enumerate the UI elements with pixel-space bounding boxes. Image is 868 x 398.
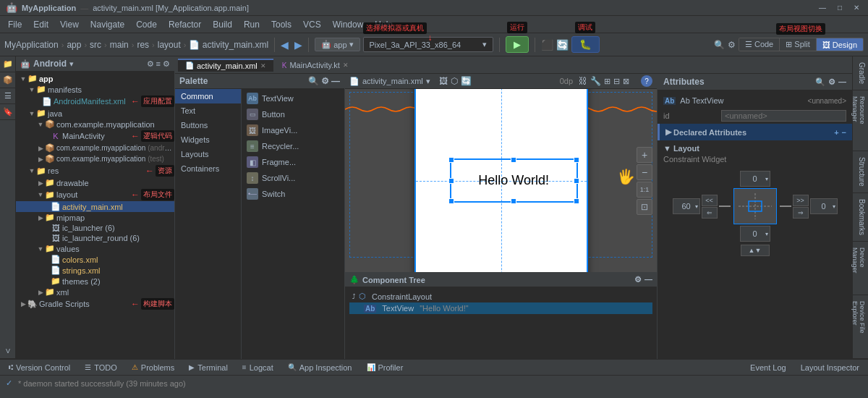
blueprint-toggle-icon[interactable]: ⬡ [451, 76, 458, 86]
comp-item-textview[interactable]: Ab TextView "Hello World!" [349, 302, 652, 314]
bottom-tab-profiler[interactable]: 📊 Profiler [361, 362, 409, 373]
cursor-icon[interactable]: 🖐️ [617, 168, 635, 185]
breadcrumb-main[interactable]: main [110, 40, 129, 50]
handle-bottom-right[interactable] [574, 198, 579, 204]
handle-middle-left[interactable] [448, 178, 454, 184]
palette-cat-text[interactable]: Text [175, 103, 241, 118]
handle-top-right[interactable] [574, 157, 579, 163]
palette-cat-layouts[interactable]: Layouts [175, 147, 241, 161]
palette-widget-textview[interactable]: Ab TextView [243, 90, 343, 106]
nav-forward-icon[interactable]: ▶ [294, 39, 302, 51]
right-tab-structure[interactable]: Structure [853, 151, 868, 193]
menu-build[interactable]: Build [208, 18, 237, 31]
tree-item-layout[interactable]: ▼ 📁 layout ← 布局文件 [16, 188, 174, 201]
textview-selection[interactable]: Hello World! [450, 158, 578, 202]
help-icon[interactable]: ? [641, 75, 652, 87]
menu-view[interactable]: View [55, 18, 84, 31]
palette-widget-recyclerview[interactable]: ≡ Recycler... [243, 138, 343, 154]
project-icon[interactable]: 📁 [0, 56, 16, 72]
code-view-button[interactable]: ☰ Code [739, 38, 780, 51]
palette-cat-buttons[interactable]: Buttons [175, 118, 241, 132]
infer-constraints-icon[interactable]: ⛓ [579, 76, 587, 86]
handle-middle-right[interactable] [574, 178, 579, 184]
attr-collapse-icon[interactable]: — [838, 77, 846, 87]
tree-item-mipmap[interactable]: ▶ 📁 mipmap [16, 212, 174, 223]
clear-constraints-icon[interactable]: 🔧 [590, 76, 601, 86]
palette-widget-imageview[interactable]: 🖼 ImageVi... [243, 122, 343, 138]
tab-mainactivity[interactable]: K MainActivity.kt ✕ [275, 59, 356, 71]
tree-item-ic-launcher[interactable]: 🖼 ic_launcher (6) [16, 223, 174, 233]
constraint-center-widget[interactable] [733, 188, 777, 224]
menu-navigate[interactable]: Navigate [85, 18, 129, 31]
handle-bottom-middle[interactable] [511, 198, 516, 204]
align-vert-icon[interactable]: ⊟ [613, 77, 620, 86]
palette-collapse-icon[interactable]: — [331, 76, 340, 86]
attr-search-icon[interactable]: 🔍 [815, 77, 825, 87]
palette-cat-widgets[interactable]: Widgets [175, 132, 241, 147]
debug-button[interactable]: 🐛 [571, 36, 600, 53]
right-tab-device-manager[interactable]: Device Manager [853, 242, 868, 296]
canvas-dropdown-icon[interactable]: ▾ [426, 77, 430, 86]
sync-button[interactable]: 🔄 [556, 39, 569, 51]
tree-item-app[interactable]: ▼ 📁 app [16, 73, 174, 84]
phone-frame[interactable]: Hello World! [414, 89, 588, 272]
settings-toolbar-icon[interactable]: ⚙ [728, 40, 736, 50]
handle-top-left[interactable] [448, 157, 454, 163]
project-collapse-icon[interactable]: ≡ [156, 59, 161, 69]
handle-bottom-left[interactable] [448, 198, 454, 204]
bottom-tab-terminal[interactable]: ▶ Terminal [183, 362, 234, 373]
search-toolbar-icon[interactable]: 🔍 [714, 40, 725, 50]
menu-edit[interactable]: Edit [28, 18, 54, 31]
bottom-tab-layout-inspector[interactable]: Layout Inspector [795, 362, 865, 373]
declared-remove-button[interactable]: − [842, 128, 846, 137]
bottom-tab-todo[interactable]: ☰ TODO [79, 362, 123, 373]
tree-item-drawable[interactable]: ▶ 📁 drawable [16, 177, 174, 188]
menu-file[interactable]: File [3, 18, 27, 31]
tree-item-androidtest[interactable]: ▶ 📦 com.example.myapplication (androidTe… [16, 143, 174, 153]
tree-item-package-main[interactable]: ▼ 📦 com.example.myapplication [16, 119, 174, 130]
right-tab-bookmarks[interactable]: Bookmarks [853, 193, 868, 242]
top-margin-input[interactable]: 0 ▾ [740, 171, 770, 187]
design-view-button[interactable]: 🖼 Design [817, 38, 863, 51]
right-connect-btn[interactable]: ⇒ [793, 207, 809, 219]
attr-gear-icon[interactable]: ⚙ [828, 77, 835, 87]
run-button[interactable]: ▶ [506, 36, 529, 53]
bottom-tab-event-log[interactable]: Event Log [744, 362, 792, 373]
breadcrumb-res[interactable]: res [137, 40, 149, 50]
palette-widget-button[interactable]: ▭ Button [243, 106, 343, 122]
tab-activity-main[interactable]: 📄 activity_main.xml ✕ [178, 59, 273, 72]
canvas-area[interactable]: Hello World! 🖐️ + − 1:1 ⊡ [345, 89, 657, 272]
tree-item-res[interactable]: ▼ 📁 res ← 资源 [16, 164, 174, 177]
orientation-icon[interactable]: 🔄 [461, 76, 472, 86]
tree-item-manifests[interactable]: ▼ 📁 manifests [16, 84, 174, 95]
bottom-tab-version-control[interactable]: ⑆ Version Control [3, 362, 76, 373]
palette-cat-common[interactable]: Common [175, 89, 241, 103]
breadcrumb-src[interactable]: src [90, 40, 101, 50]
handle-top-middle[interactable] [511, 157, 516, 163]
menu-code[interactable]: Code [131, 18, 162, 31]
left-connect-btn[interactable]: ⇐ [702, 207, 718, 219]
menu-vcs[interactable]: VCS [298, 18, 326, 31]
stop-button[interactable]: ⬛ [541, 39, 553, 51]
palette-search-icon[interactable]: 🔍 [308, 76, 319, 86]
tab-activity-close[interactable]: ✕ [260, 62, 266, 69]
attr-id-input[interactable] [721, 110, 846, 122]
bottom-tab-problems[interactable]: ⚠ Problems [126, 362, 180, 373]
menu-refactor[interactable]: Refactor [163, 18, 206, 31]
variants-icon[interactable]: V [0, 343, 16, 359]
tree-item-themes[interactable]: 📁 themes (2) [16, 276, 174, 287]
tree-item-xml[interactable]: ▶ 📁 xml [16, 287, 174, 297]
tree-item-gradle[interactable]: ▶ 🐘 Gradle Scripts ← 构建脚本 [16, 297, 174, 310]
structure-icon[interactable]: ☰ [0, 88, 16, 104]
tree-item-strings[interactable]: 📄 strings.xml [16, 265, 174, 276]
bookmarks-icon[interactable]: 🔖 [0, 104, 16, 120]
tab-mainactivity-close[interactable]: ✕ [343, 62, 349, 69]
snap-to-fit-button[interactable]: ⊡ [637, 199, 652, 215]
bottom-tab-logcat[interactable]: ≡ Logcat [237, 362, 279, 373]
component-tree-gear-icon[interactable]: ⚙ [634, 275, 642, 284]
right-expand-btn[interactable]: >> [793, 195, 809, 206]
palette-widget-switch[interactable]: •— Switch [243, 186, 343, 202]
left-expand-btn[interactable]: << [702, 195, 718, 206]
right-tab-gradle[interactable]: Gradle [853, 56, 868, 90]
palette-settings-icon[interactable]: ⚙ [321, 76, 329, 86]
